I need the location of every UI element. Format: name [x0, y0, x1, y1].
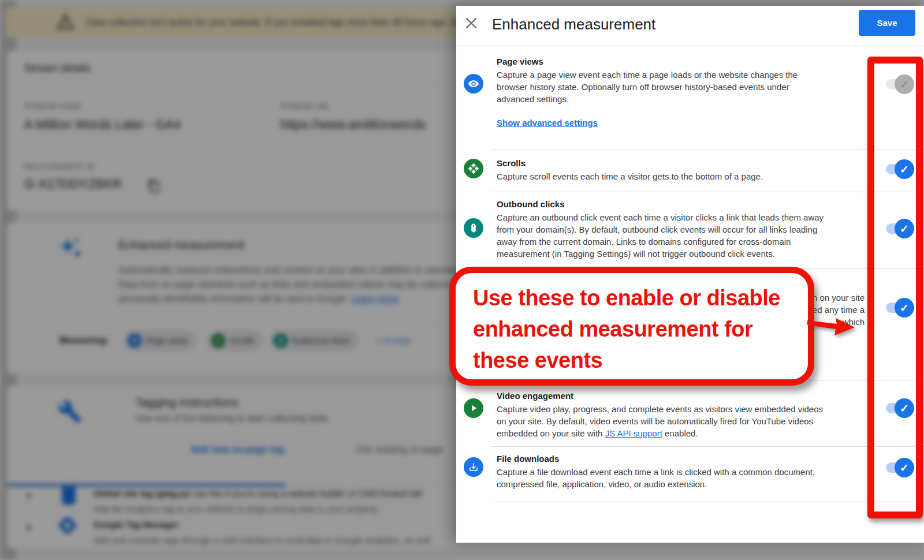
section-file-downloads: File downloads Capture a file download e… — [456, 447, 924, 502]
divider — [491, 502, 924, 502]
section-description: Capture video play, progress, and comple… — [497, 403, 855, 439]
section-description: Capture a page view event each time a pa… — [497, 69, 855, 105]
section-description: Capture a file download event each time … — [497, 466, 855, 490]
play-icon — [464, 398, 483, 418]
site-search-text-fragment: ch on your site — [808, 293, 865, 303]
section-page-views: Page views Capture a page view event eac… — [456, 46, 924, 150]
description-text: enabled. — [662, 428, 698, 438]
panel-header: Enhanced measurement Save — [456, 6, 924, 46]
download-icon — [464, 457, 483, 477]
annotation-text-line: these events — [473, 345, 808, 376]
save-button[interactable]: Save — [859, 10, 915, 36]
annotation-callout: Use these to enable or disable enhanced … — [449, 267, 814, 386]
annotation-text-line: enhanced measurement for — [473, 313, 808, 345]
section-scrolls: Scrolls Capture scroll events each time … — [456, 150, 924, 192]
scroll-icon — [464, 159, 483, 178]
mouse-icon — [464, 218, 483, 238]
section-title: File downloads — [497, 454, 855, 464]
screenshot-root: Data collection isn't active for your we… — [0, 0, 924, 560]
section-description: Capture an outbound click event each tim… — [497, 211, 855, 260]
section-description: Capture scroll events each time a visito… — [497, 170, 855, 182]
site-search-text-fragment: ired any time a — [808, 305, 865, 315]
close-icon[interactable] — [464, 16, 478, 30]
section-title: Scrolls — [497, 158, 855, 168]
section-title: Outbound clicks — [497, 199, 855, 209]
annotation-text-line: Use these to enable or disable — [473, 282, 808, 313]
panel-title: Enhanced measurement — [492, 16, 655, 33]
eye-icon — [464, 74, 483, 94]
section-outbound-clicks: Outbound clicks Capture an outbound clic… — [456, 192, 924, 268]
js-api-support-link[interactable]: JS API support — [605, 428, 662, 438]
section-title: Video engagement — [497, 391, 855, 401]
show-advanced-settings-link[interactable]: Show advanced settings — [497, 118, 598, 128]
toggles-highlight-rectangle — [867, 57, 923, 518]
section-title: Page views — [497, 57, 855, 66]
annotation-arrow-icon — [807, 318, 856, 337]
section-video-engagement: Video engagement Capture video play, pro… — [456, 380, 924, 446]
